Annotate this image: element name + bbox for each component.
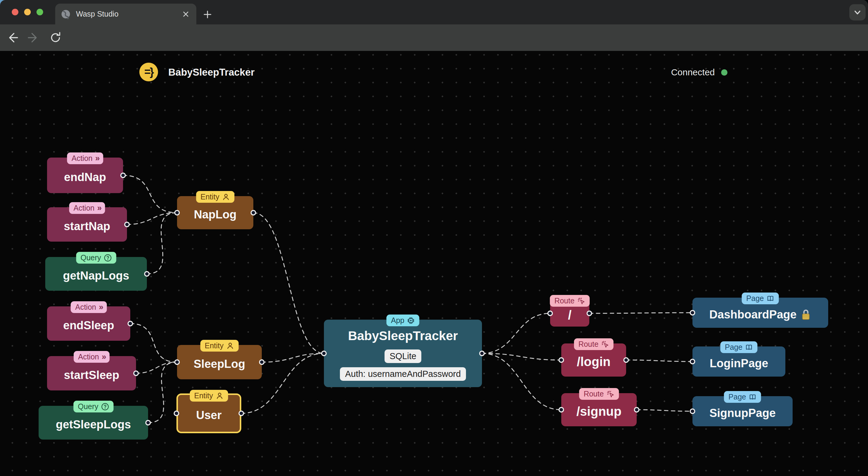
handle[interactable] xyxy=(690,360,695,364)
node-label: startNap xyxy=(64,220,110,233)
node-label: User xyxy=(196,409,222,422)
node-type-badge: Entity xyxy=(200,340,239,351)
reload-icon xyxy=(49,31,62,44)
badge-label: Action xyxy=(71,154,92,163)
handle[interactable] xyxy=(145,272,149,276)
node-label: / xyxy=(568,308,571,322)
chevron-down-icon xyxy=(853,8,862,17)
badge-label: Entity xyxy=(205,341,224,350)
handle[interactable] xyxy=(260,360,264,365)
node-endSleep[interactable]: Action » endSleep xyxy=(47,306,130,341)
handle[interactable] xyxy=(175,211,180,215)
node-NapLog[interactable]: Entity NapLog xyxy=(177,196,253,229)
handle[interactable] xyxy=(121,173,125,178)
node-SleepLog[interactable]: Entity SleepLog xyxy=(177,345,262,379)
badge-label: Entity xyxy=(194,392,213,400)
handle[interactable] xyxy=(146,420,151,425)
globe-favicon-icon xyxy=(61,9,71,19)
handle[interactable] xyxy=(125,222,129,227)
handle[interactable] xyxy=(690,311,695,315)
node-type-badge: Route xyxy=(550,295,590,307)
page-title: BabySleepTracker xyxy=(168,67,254,78)
browser-toolbar: localhost:4000 Incognito Relaunch to upd… xyxy=(0,24,868,51)
badge-label: Entity xyxy=(200,193,220,201)
tab-close-icon[interactable] xyxy=(181,9,191,19)
studio-header: =} BabySleepTracker Connected xyxy=(0,51,868,93)
node-getSleepLogs[interactable]: Query getSleepLogs xyxy=(39,406,148,440)
node-getNapLogs[interactable]: Query getNapLogs xyxy=(45,257,147,291)
book-icon xyxy=(745,343,753,351)
action-icon: » xyxy=(97,203,100,213)
book-icon xyxy=(767,295,775,303)
back-button[interactable] xyxy=(4,29,21,46)
plus-icon xyxy=(203,10,212,19)
badge-label: Route xyxy=(584,389,604,398)
forward-arrow-icon xyxy=(27,31,40,44)
node-LoginPage[interactable]: Page LoginPage xyxy=(692,346,785,377)
node-type-badge: App xyxy=(386,314,419,326)
node-label: DashboardPage xyxy=(709,308,811,321)
person-icon xyxy=(216,392,223,400)
cursor-click-icon xyxy=(577,297,585,305)
reload-button[interactable] xyxy=(47,29,64,46)
handle[interactable] xyxy=(251,211,256,215)
handle[interactable] xyxy=(128,321,133,326)
badge-label: Action xyxy=(78,352,99,361)
node-label: getSleepLogs xyxy=(56,418,131,431)
badge-label: Query xyxy=(81,253,101,262)
lock-icon xyxy=(801,308,811,320)
node-SignupPage[interactable]: Page SignupPage xyxy=(692,396,793,426)
handle[interactable] xyxy=(559,408,564,412)
status-dot-icon xyxy=(721,69,727,76)
person-icon xyxy=(222,193,230,201)
node-endNap[interactable]: Action » endNap xyxy=(47,158,123,193)
browser-tab[interactable]: Wasp Studio xyxy=(55,4,196,24)
node-route-login[interactable]: Route /login xyxy=(561,343,626,377)
new-tab-button[interactable] xyxy=(202,8,214,21)
node-label: LoginPage xyxy=(710,357,768,370)
handle[interactable] xyxy=(690,409,695,414)
node-type-badge: Route xyxy=(574,338,614,350)
node-route-signup[interactable]: Route /signup xyxy=(561,393,637,426)
handle[interactable] xyxy=(548,311,553,316)
tab-search-button[interactable] xyxy=(849,4,866,21)
action-icon: » xyxy=(99,303,102,312)
handle[interactable] xyxy=(587,311,592,316)
page-canvas[interactable]: =} BabySleepTracker Connected xyxy=(0,51,868,476)
node-label: NapLog xyxy=(194,208,237,221)
node-label: endSleep xyxy=(63,319,114,332)
badge-label: Page xyxy=(728,393,746,401)
node-startNap[interactable]: Action » startNap xyxy=(47,207,127,242)
window-minimize-button[interactable] xyxy=(24,9,31,15)
forward-button[interactable] xyxy=(25,29,42,46)
node-DashboardPage[interactable]: Page DashboardPage xyxy=(692,298,828,328)
window-zoom-button[interactable] xyxy=(36,9,43,15)
node-route-root[interactable]: Route / xyxy=(550,300,589,327)
handle[interactable] xyxy=(480,351,484,356)
node-app-BabySleepTracker[interactable]: App BabySleepTracker SQLite Auth: userna… xyxy=(324,320,482,387)
window-close-button[interactable] xyxy=(12,9,19,15)
handle[interactable] xyxy=(559,358,564,363)
handle[interactable] xyxy=(174,411,179,416)
node-label: startSleep xyxy=(64,369,119,382)
person-icon xyxy=(226,342,234,350)
node-label: getNapLogs xyxy=(63,269,129,282)
node-label: /login xyxy=(577,354,611,369)
node-type-badge: Page xyxy=(742,293,779,304)
handle[interactable] xyxy=(322,351,326,356)
database-pill: SQLite xyxy=(384,349,422,363)
handle[interactable] xyxy=(175,360,180,365)
handle[interactable] xyxy=(134,371,138,376)
node-startSleep[interactable]: Action » startSleep xyxy=(47,356,136,390)
handle[interactable] xyxy=(239,411,244,416)
node-User[interactable]: Entity User xyxy=(177,394,241,433)
cursor-click-icon xyxy=(601,340,609,348)
handle[interactable] xyxy=(634,408,639,412)
badge-label: Query xyxy=(78,402,98,411)
browser-window: Wasp Studio xyxy=(0,0,868,476)
tab-strip: Wasp Studio xyxy=(0,0,868,24)
handle[interactable] xyxy=(624,358,628,363)
action-icon: » xyxy=(95,154,99,163)
chip-icon xyxy=(407,317,415,325)
action-icon: » xyxy=(102,352,105,362)
